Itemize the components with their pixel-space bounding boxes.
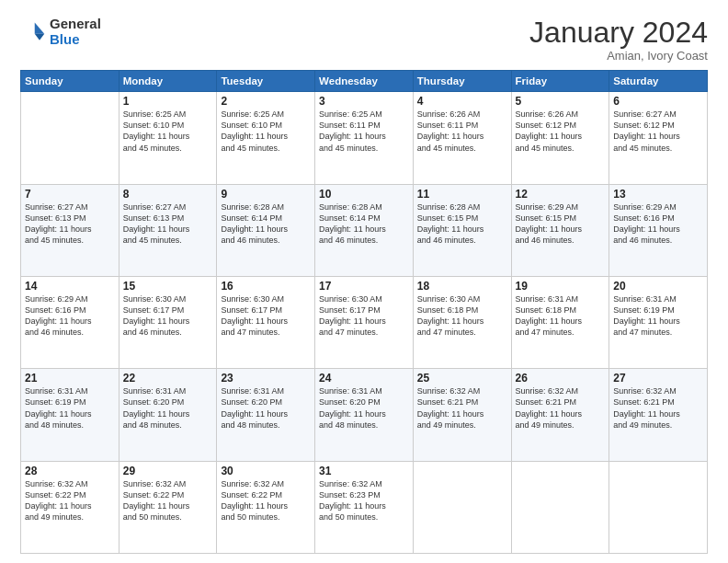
- cell-info: Sunrise: 6:32 AM Sunset: 6:22 PM Dayligh…: [221, 478, 311, 523]
- calendar-cell: 13Sunrise: 6:29 AM Sunset: 6:16 PM Dayli…: [609, 184, 708, 276]
- day-number: 30: [221, 465, 311, 477]
- logo-icon: [20, 19, 46, 45]
- day-number: 20: [613, 280, 703, 293]
- cell-info: Sunrise: 6:27 AM Sunset: 6:12 PM Dayligh…: [613, 109, 703, 154]
- title-block: January 2024 Amian, Ivory Coast: [529, 17, 708, 63]
- svg-marker-1: [35, 33, 45, 40]
- month-title: January 2024: [529, 17, 708, 49]
- cell-info: Sunrise: 6:31 AM Sunset: 6:20 PM Dayligh…: [221, 385, 311, 431]
- cell-info: Sunrise: 6:32 AM Sunset: 6:22 PM Dayligh…: [123, 478, 213, 523]
- cell-info: Sunrise: 6:26 AM Sunset: 6:11 PM Dayligh…: [417, 109, 507, 154]
- calendar-cell: 5Sunrise: 6:26 AM Sunset: 6:12 PM Daylig…: [511, 92, 609, 184]
- cell-info: Sunrise: 6:32 AM Sunset: 6:21 PM Dayligh…: [516, 385, 606, 431]
- col-header-saturday: Saturday: [609, 71, 708, 92]
- col-header-wednesday: Wednesday: [315, 71, 414, 92]
- calendar-table: SundayMondayTuesdayWednesdayThursdayFrid…: [20, 70, 708, 554]
- cell-info: Sunrise: 6:31 AM Sunset: 6:18 PM Dayligh…: [516, 293, 606, 339]
- logo-blue: Blue: [50, 32, 101, 48]
- day-number: 21: [25, 372, 115, 385]
- col-header-sunday: Sunday: [21, 71, 119, 92]
- day-number: 5: [516, 95, 606, 108]
- cell-info: Sunrise: 6:29 AM Sunset: 6:16 PM Dayligh…: [25, 293, 115, 339]
- day-number: 6: [613, 95, 703, 108]
- calendar-week-row: 21Sunrise: 6:31 AM Sunset: 6:19 PM Dayli…: [21, 369, 708, 461]
- calendar-cell: 6Sunrise: 6:27 AM Sunset: 6:12 PM Daylig…: [609, 92, 708, 184]
- col-header-tuesday: Tuesday: [217, 71, 315, 92]
- calendar-cell: 3Sunrise: 6:25 AM Sunset: 6:11 PM Daylig…: [315, 92, 414, 184]
- calendar-cell: 26Sunrise: 6:32 AM Sunset: 6:21 PM Dayli…: [511, 369, 609, 461]
- cell-info: Sunrise: 6:25 AM Sunset: 6:10 PM Dayligh…: [123, 109, 213, 154]
- cell-info: Sunrise: 6:27 AM Sunset: 6:13 PM Dayligh…: [25, 201, 115, 247]
- cell-info: Sunrise: 6:31 AM Sunset: 6:20 PM Dayligh…: [319, 385, 409, 431]
- cell-info: Sunrise: 6:32 AM Sunset: 6:22 PM Dayligh…: [25, 478, 115, 523]
- day-number: 19: [516, 280, 606, 293]
- calendar-cell: 1Sunrise: 6:25 AM Sunset: 6:10 PM Daylig…: [119, 92, 217, 184]
- calendar-cell: 11Sunrise: 6:28 AM Sunset: 6:15 PM Dayli…: [413, 184, 511, 276]
- calendar-cell: [511, 461, 609, 553]
- cell-info: Sunrise: 6:27 AM Sunset: 6:13 PM Dayligh…: [123, 201, 213, 247]
- cell-info: Sunrise: 6:25 AM Sunset: 6:11 PM Dayligh…: [319, 109, 409, 154]
- svg-marker-0: [35, 22, 45, 33]
- cell-info: Sunrise: 6:32 AM Sunset: 6:21 PM Dayligh…: [417, 385, 507, 431]
- calendar-cell: 14Sunrise: 6:29 AM Sunset: 6:16 PM Dayli…: [21, 276, 119, 368]
- day-number: 22: [123, 372, 213, 385]
- calendar-cell: 9Sunrise: 6:28 AM Sunset: 6:14 PM Daylig…: [217, 184, 315, 276]
- col-header-friday: Friday: [511, 71, 609, 92]
- calendar-cell: 31Sunrise: 6:32 AM Sunset: 6:23 PM Dayli…: [315, 461, 414, 553]
- cell-info: Sunrise: 6:28 AM Sunset: 6:14 PM Dayligh…: [319, 201, 409, 247]
- calendar-cell: 12Sunrise: 6:29 AM Sunset: 6:15 PM Dayli…: [511, 184, 609, 276]
- calendar-cell: 28Sunrise: 6:32 AM Sunset: 6:22 PM Dayli…: [21, 461, 119, 553]
- cell-info: Sunrise: 6:32 AM Sunset: 6:21 PM Dayligh…: [613, 385, 703, 431]
- day-number: 3: [319, 95, 409, 108]
- cell-info: Sunrise: 6:31 AM Sunset: 6:19 PM Dayligh…: [25, 385, 115, 431]
- day-number: 8: [123, 188, 213, 201]
- cell-info: Sunrise: 6:30 AM Sunset: 6:17 PM Dayligh…: [319, 293, 409, 339]
- cell-info: Sunrise: 6:31 AM Sunset: 6:19 PM Dayligh…: [613, 293, 703, 339]
- day-number: 25: [417, 372, 507, 385]
- logo-text: General Blue: [50, 17, 101, 47]
- location-subtitle: Amian, Ivory Coast: [529, 49, 708, 63]
- cell-info: Sunrise: 6:30 AM Sunset: 6:17 PM Dayligh…: [221, 293, 311, 339]
- day-number: 1: [123, 95, 213, 108]
- day-number: 29: [123, 465, 213, 477]
- calendar-week-row: 28Sunrise: 6:32 AM Sunset: 6:22 PM Dayli…: [21, 461, 708, 553]
- cell-info: Sunrise: 6:31 AM Sunset: 6:20 PM Dayligh…: [123, 385, 213, 431]
- calendar-cell: 16Sunrise: 6:30 AM Sunset: 6:17 PM Dayli…: [217, 276, 315, 368]
- calendar-cell: [609, 461, 708, 553]
- cell-info: Sunrise: 6:32 AM Sunset: 6:23 PM Dayligh…: [319, 478, 409, 523]
- day-number: 10: [319, 188, 409, 201]
- cell-info: Sunrise: 6:28 AM Sunset: 6:14 PM Dayligh…: [221, 201, 311, 247]
- calendar-cell: 27Sunrise: 6:32 AM Sunset: 6:21 PM Dayli…: [609, 369, 708, 461]
- cell-info: Sunrise: 6:30 AM Sunset: 6:18 PM Dayligh…: [417, 293, 507, 339]
- cell-info: Sunrise: 6:26 AM Sunset: 6:12 PM Dayligh…: [516, 109, 606, 154]
- day-number: 4: [417, 95, 507, 108]
- calendar-cell: 4Sunrise: 6:26 AM Sunset: 6:11 PM Daylig…: [413, 92, 511, 184]
- calendar-week-row: 1Sunrise: 6:25 AM Sunset: 6:10 PM Daylig…: [21, 92, 708, 184]
- calendar-cell: 20Sunrise: 6:31 AM Sunset: 6:19 PM Dayli…: [609, 276, 708, 368]
- calendar-cell: 21Sunrise: 6:31 AM Sunset: 6:19 PM Dayli…: [21, 369, 119, 461]
- calendar-cell: 23Sunrise: 6:31 AM Sunset: 6:20 PM Dayli…: [217, 369, 315, 461]
- calendar-header-row: SundayMondayTuesdayWednesdayThursdayFrid…: [21, 71, 708, 92]
- day-number: 9: [221, 188, 311, 201]
- calendar-cell: 8Sunrise: 6:27 AM Sunset: 6:13 PM Daylig…: [119, 184, 217, 276]
- logo: General Blue: [20, 17, 101, 47]
- day-number: 12: [516, 188, 606, 201]
- calendar-cell: 7Sunrise: 6:27 AM Sunset: 6:13 PM Daylig…: [21, 184, 119, 276]
- day-number: 13: [613, 188, 703, 201]
- header: General Blue January 2024 Amian, Ivory C…: [20, 17, 708, 63]
- day-number: 11: [417, 188, 507, 201]
- day-number: 31: [319, 465, 409, 477]
- cell-info: Sunrise: 6:29 AM Sunset: 6:16 PM Dayligh…: [613, 201, 703, 247]
- col-header-thursday: Thursday: [413, 71, 511, 92]
- calendar-cell: [413, 461, 511, 553]
- calendar-cell: 18Sunrise: 6:30 AM Sunset: 6:18 PM Dayli…: [413, 276, 511, 368]
- calendar-cell: [21, 92, 119, 184]
- calendar-cell: 30Sunrise: 6:32 AM Sunset: 6:22 PM Dayli…: [217, 461, 315, 553]
- day-number: 28: [25, 465, 115, 477]
- col-header-monday: Monday: [119, 71, 217, 92]
- calendar-week-row: 14Sunrise: 6:29 AM Sunset: 6:16 PM Dayli…: [21, 276, 708, 368]
- day-number: 2: [221, 95, 311, 108]
- cell-info: Sunrise: 6:28 AM Sunset: 6:15 PM Dayligh…: [417, 201, 507, 247]
- day-number: 15: [123, 280, 213, 293]
- calendar-cell: 29Sunrise: 6:32 AM Sunset: 6:22 PM Dayli…: [119, 461, 217, 553]
